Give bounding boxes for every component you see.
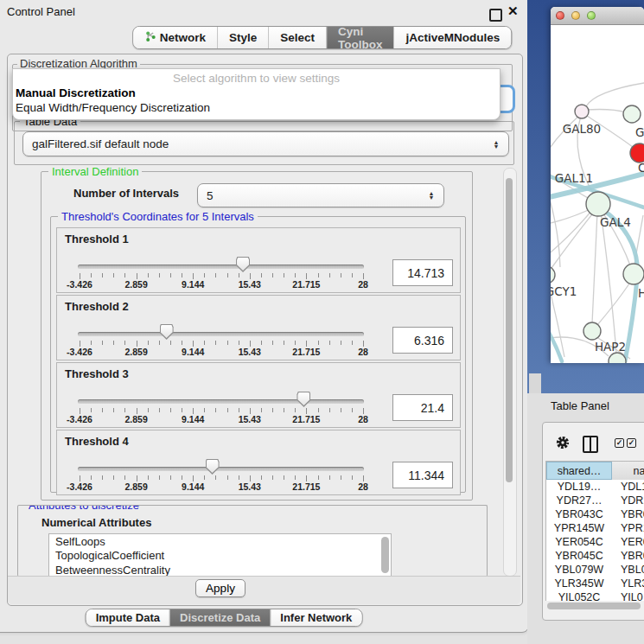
slider-thumb[interactable] (296, 392, 310, 407)
list-scrollbar-thumb[interactable] (381, 537, 389, 573)
minimize-traffic-light-icon[interactable] (571, 11, 580, 20)
column-header-name[interactable]: na (612, 462, 644, 480)
network-node-ga[interactable] (623, 105, 641, 123)
slider-tick (295, 408, 296, 412)
slider-tick (306, 408, 307, 414)
checkbox-icon[interactable]: ✓ (615, 438, 624, 448)
slider-track[interactable] (78, 467, 364, 471)
attribute-list-item[interactable]: TopologicalCoefficient (49, 549, 391, 564)
network-node-c[interactable] (630, 143, 644, 163)
threshold-value-field[interactable]: 11.344 (392, 462, 453, 488)
slider-tick (329, 408, 330, 412)
network-node-gal4[interactable] (586, 192, 610, 216)
slider-tick-label: 28 (337, 481, 389, 492)
threshold-value-field[interactable]: 14.713 (392, 259, 453, 286)
dropdown-option-manual-discretization[interactable]: Manual Discretization (16, 86, 136, 99)
tab-label: Style (229, 31, 257, 44)
network-edge (601, 212, 616, 354)
cell-shared-name: YDL19… (546, 481, 612, 493)
slider-tick (102, 273, 103, 277)
tab-discretize-data[interactable]: Discretize Data (170, 609, 271, 626)
attribute-list-item[interactable]: BetweennessCentrality (49, 563, 391, 577)
apply-bar (8, 576, 520, 604)
network-node-gcy1[interactable] (551, 266, 555, 284)
numerical-attributes-label: Numerical Attributes (41, 516, 151, 529)
network-node-h[interactable] (623, 264, 644, 284)
number-of-intervals-combobox[interactable]: 5 ▲▼ (197, 183, 444, 207)
threshold-coordinates-title: Threshold's Coordinates for 5 Intervals (58, 210, 258, 223)
slider-tick (215, 273, 216, 277)
tab-impute-data[interactable]: Impute Data (86, 609, 170, 626)
tab-infer-network[interactable]: Infer Network (271, 609, 361, 626)
slider-tick (204, 341, 205, 345)
table-row[interactable]: YDL19…YDL1 (546, 480, 644, 494)
tab-style[interactable]: Style (218, 27, 269, 48)
table-row[interactable]: YLR345WYLR3 (546, 577, 644, 590)
threshold-value-field[interactable]: 6.316 (392, 327, 453, 354)
panel-scrollbar-thumb[interactable] (506, 178, 513, 482)
slider-thumb[interactable] (236, 257, 250, 272)
slider-thumb[interactable] (160, 324, 174, 340)
threshold-panel: Threshold 3-3.4262.8599.14415.4321.71528… (56, 362, 461, 428)
tab-network[interactable]: Network (133, 27, 218, 48)
slider-tick-label: 15.43 (224, 347, 276, 357)
tab-label: Select (280, 31, 315, 44)
slider-tick (363, 341, 364, 347)
slider-tick (295, 475, 296, 480)
cell-shared-name: YPR145W (546, 522, 612, 534)
cell-name: YBL0 (612, 564, 644, 576)
slider-tick (272, 408, 273, 412)
slider-tick-label: 2.859 (111, 279, 163, 290)
table-row[interactable]: YBR043CYBR0 (546, 507, 644, 521)
slider-tick (170, 408, 171, 412)
slider-track[interactable] (78, 332, 364, 336)
slider-track[interactable] (78, 399, 364, 404)
column-header-shared-name[interactable]: shared… (546, 462, 612, 480)
checkbox-icon[interactable]: ✓ (627, 438, 636, 448)
float-window-icon[interactable] (489, 9, 502, 22)
gear-icon[interactable] (556, 436, 570, 450)
slider-tick (318, 408, 319, 412)
close-icon[interactable]: ✕ (507, 3, 519, 19)
table-row[interactable]: YDR27…YDR2 (546, 494, 644, 507)
close-traffic-light-icon[interactable] (556, 11, 564, 20)
dropdown-option-equal-width-frequency[interactable]: Equal Width/Frequency Discretization (16, 101, 210, 114)
table-row[interactable]: YBR045CYBR0 (546, 549, 644, 563)
table-row[interactable]: YPR145WYPR1 (546, 521, 644, 535)
columns-icon[interactable] (583, 436, 598, 453)
apply-button[interactable]: Apply (195, 579, 245, 597)
table-row[interactable]: YER054CYER0 (546, 535, 644, 549)
network-node-gal80[interactable] (575, 105, 589, 118)
cell-name: YPR1 (612, 522, 644, 534)
slider-tick (363, 475, 364, 481)
table-row[interactable]: YBL079WYBL0 (546, 563, 644, 577)
table-hscrollbar[interactable] (545, 601, 644, 610)
numerical-attributes-list[interactable]: SelfLoopsTopologicalCoefficientBetweenne… (48, 533, 392, 577)
network-node-hap2[interactable] (583, 322, 601, 340)
slider-tick (261, 408, 262, 412)
slider-track[interactable] (78, 265, 364, 269)
slider-tick (215, 475, 216, 480)
slider-tick-label: 21.715 (280, 279, 332, 290)
tab-cyni-toolbox[interactable]: Cyni Toolbox (327, 27, 394, 48)
slider-tick (159, 273, 160, 277)
slider-tick (250, 341, 251, 347)
slider-tick (148, 273, 149, 277)
slider-thumb[interactable] (206, 459, 220, 475)
tab-select[interactable]: Select (269, 27, 327, 48)
slider-tick (102, 408, 103, 412)
slider-tick-label: 28 (337, 279, 389, 290)
attribute-list-item[interactable]: SelfLoops (49, 534, 391, 549)
zoom-traffic-light-icon[interactable] (587, 11, 596, 20)
network-window-titlebar[interactable] (551, 7, 644, 25)
panel-scrollbar[interactable] (503, 168, 517, 577)
network-canvas[interactable]: GAL80GACGAL11GAL4GCY1HHAP2 (551, 24, 644, 363)
threshold-value-field[interactable]: 21.4 (392, 394, 453, 421)
slider-tick (170, 341, 171, 345)
table-hscrollbar-thumb[interactable] (547, 603, 641, 609)
tab-label: Discretize Data (180, 611, 260, 624)
table-data-combobox[interactable]: galFiltered.sif default node ▲▼ (22, 131, 509, 156)
slider-tick (113, 475, 114, 480)
slider-tick (124, 273, 125, 277)
tab-jactivemnodules[interactable]: jActiveMNodules (395, 27, 512, 48)
